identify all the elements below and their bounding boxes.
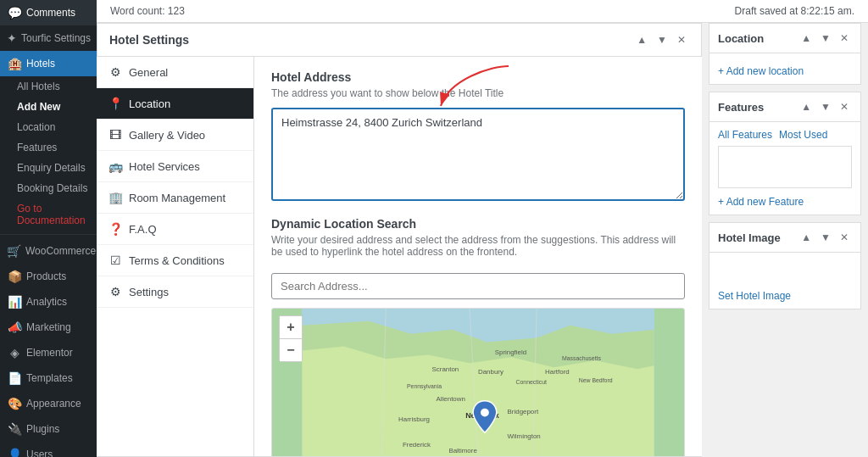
features-panel: Features ▲ ▼ ✕ All Features Most Used + … — [709, 92, 861, 215]
hotel-image-ctrl-close[interactable]: ✕ — [837, 230, 852, 245]
features-ctrl-down[interactable]: ▼ — [817, 99, 834, 114]
sidebar-sub-location[interactable]: Location — [0, 117, 97, 137]
sidebar-sub-docs[interactable]: Go to Documentation — [0, 198, 97, 231]
sidebar-item-hotels[interactable]: 🏨 Hotels — [0, 51, 97, 76]
settings-nav-label: Terms & Conditions — [129, 254, 225, 267]
features-ctrl-up[interactable]: ▲ — [798, 99, 815, 114]
marketing-icon: 📣 — [7, 320, 22, 334]
ctrl-close-button[interactable]: ✕ — [674, 32, 689, 47]
analytics-icon: 📊 — [7, 295, 22, 309]
settings-nav-room-management[interactable]: 🏢 Room Management — [97, 182, 253, 214]
topbar: Word count: 123 Draft saved at 8:22:15 a… — [97, 0, 868, 23]
hotel-panel: Hotel Settings ▲ ▼ ✕ ⚙ General 📍 — [97, 23, 702, 457]
sidebar-item-users[interactable]: 👤 Users — [0, 442, 97, 457]
settings-nav-hotel-services[interactable]: 🚌 Hotel Services — [97, 151, 253, 182]
svg-text:Wilmington: Wilmington — [508, 432, 541, 440]
svg-text:Connecticut: Connecticut — [516, 379, 548, 385]
services-nav-icon: 🚌 — [108, 159, 122, 173]
svg-text:Hartford: Hartford — [545, 368, 570, 376]
hotel-image-panel-body: Set Hotel Image — [709, 253, 860, 309]
zoom-out-button[interactable]: − — [280, 339, 302, 361]
set-hotel-image-link[interactable]: Set Hotel Image — [718, 290, 852, 302]
hotel-image-ctrl-up[interactable]: ▲ — [798, 230, 815, 245]
features-panel-body: All Features Most Used + Add new Feature — [709, 122, 860, 215]
settings-nav-icon: ⚙ — [108, 285, 122, 298]
sidebar-item-products[interactable]: 📦 Products — [0, 264, 97, 289]
settings-nav-faq[interactable]: ❓ F.A.Q — [97, 214, 253, 245]
sidebar-item-woocommerce[interactable]: 🛒 WooCommerce — [0, 238, 97, 264]
location-ctrl-up[interactable]: ▲ — [798, 31, 815, 46]
gallery-nav-icon: 🎞 — [108, 128, 122, 142]
settings-nav-gallery[interactable]: 🎞 Gallery & Video — [97, 120, 253, 151]
features-panel-title: Features — [718, 101, 764, 114]
add-new-location-link[interactable]: + Add new location — [718, 65, 852, 77]
sidebar-item-label: Hotels — [26, 58, 55, 70]
sidebar-sub-add-new[interactable]: Add New — [0, 97, 97, 117]
sidebar-item-appearance[interactable]: 🎨 Appearance — [0, 391, 97, 416]
address-textarea[interactable]: Heimstrasse 24, 8400 Zurich Switzerland — [271, 108, 685, 201]
hotel-image-panel-header: Hotel Image ▲ ▼ ✕ — [709, 223, 860, 253]
map-svg: Springfield Massachusetts Hartford New B… — [272, 309, 684, 457]
svg-text:Bridgeport: Bridgeport — [508, 408, 539, 415]
svg-text:Massachusetts: Massachusetts — [562, 355, 602, 361]
main-content: Word count: 123 Draft saved at 8:22:15 a… — [97, 0, 868, 457]
sidebar-sub-all-hotels[interactable]: All Hotels — [0, 76, 97, 97]
sidebar-label: Appearance — [26, 398, 81, 410]
zoom-in-button[interactable]: + — [280, 316, 302, 338]
right-sidebar: Location ▲ ▼ ✕ + Add new location Featur… — [702, 23, 868, 457]
features-tab-all[interactable]: All Features — [718, 129, 772, 141]
settings-nav: ⚙ General 📍 Location 🎞 Gallery & Video 🚌… — [97, 57, 254, 457]
hotel-image-empty — [718, 259, 852, 285]
settings-nav-label: Location — [129, 98, 170, 110]
features-tab-most-used[interactable]: Most Used — [779, 129, 827, 141]
room-nav-icon: 🏢 — [108, 191, 122, 204]
ctrl-down-button[interactable]: ▼ — [654, 32, 670, 47]
hotel-settings-title: Hotel Settings — [109, 33, 189, 47]
dynamic-location-section: Dynamic Location Search Write your desir… — [271, 217, 685, 299]
location-ctrl-close[interactable]: ✕ — [837, 31, 852, 46]
svg-text:Scranton: Scranton — [432, 365, 459, 373]
settings-content: Hotel Address The address you want to sh… — [254, 57, 702, 457]
sidebar-item-tourfic[interactable]: ✦ Tourfic Settings — [0, 25, 97, 51]
features-input[interactable] — [718, 146, 852, 188]
svg-text:New Bedford: New Bedford — [579, 377, 613, 383]
sidebar-label: Analytics — [26, 296, 67, 308]
settings-nav-label: Settings — [129, 286, 169, 298]
features-tabs: All Features Most Used — [718, 129, 852, 141]
sidebar-sub-enquiry[interactable]: Enquiry Details — [0, 158, 97, 178]
sidebar-item-analytics[interactable]: 📊 Analytics — [0, 289, 97, 315]
hotel-image-ctrl-down[interactable]: ▼ — [817, 230, 834, 245]
sidebar-label: Templates — [26, 372, 73, 384]
sidebar-item-elementor[interactable]: ◈ Elementor — [0, 340, 97, 365]
location-ctrl-down[interactable]: ▼ — [817, 31, 834, 46]
sidebar-item-marketing[interactable]: 📣 Marketing — [0, 315, 97, 340]
ctrl-up-button[interactable]: ▲ — [633, 32, 650, 47]
address-field-label: Hotel Address — [271, 70, 685, 84]
appearance-icon: 🎨 — [7, 397, 22, 410]
sidebar-label: Elementor — [26, 347, 73, 359]
sidebar-label: Plugins — [26, 423, 59, 435]
sidebar-item-templates[interactable]: 📄 Templates — [0, 365, 97, 391]
settings-nav-label: Room Management — [129, 192, 225, 204]
settings-nav-terms[interactable]: ☑ Terms & Conditions — [97, 245, 253, 276]
search-address-input[interactable] — [271, 273, 685, 299]
hotel-settings-header: Hotel Settings ▲ ▼ ✕ — [97, 23, 702, 57]
hotel-image-header-controls: ▲ ▼ ✕ — [798, 230, 852, 245]
add-new-feature-link[interactable]: + Add new Feature — [718, 196, 852, 208]
sidebar-label: Users — [26, 449, 53, 457]
features-ctrl-close[interactable]: ✕ — [837, 99, 852, 114]
svg-text:Harrisburg: Harrisburg — [398, 416, 430, 424]
sidebar-sub-features[interactable]: Features — [0, 137, 97, 158]
settings-nav-general[interactable]: ⚙ General — [97, 57, 253, 88]
sidebar-item-comments[interactable]: 💬 Comments — [0, 0, 97, 25]
hotel-image-panel-title: Hotel Image — [718, 231, 781, 244]
svg-text:Pennsylvania: Pennsylvania — [407, 383, 442, 390]
settings-nav-location[interactable]: 📍 Location — [97, 88, 253, 120]
sidebar-sub-booking[interactable]: Booking Details — [0, 178, 97, 198]
settings-nav-label: F.A.Q — [129, 223, 157, 236]
map-container: + − — [271, 308, 685, 457]
sidebar-item-plugins[interactable]: 🔌 Plugins — [0, 416, 97, 442]
settings-nav-settings[interactable]: ⚙ Settings — [97, 276, 253, 308]
sidebar-item-label: Comments — [26, 7, 75, 19]
terms-nav-icon: ☑ — [108, 254, 122, 267]
